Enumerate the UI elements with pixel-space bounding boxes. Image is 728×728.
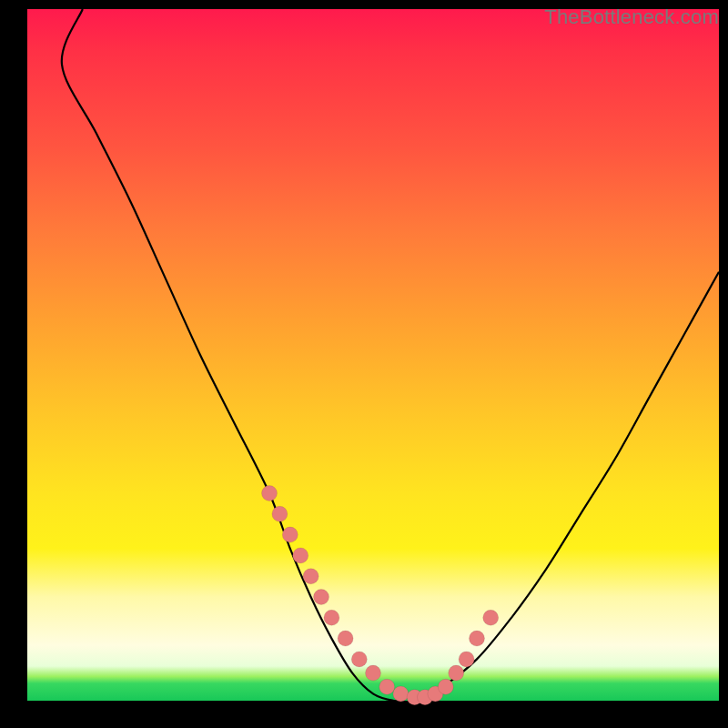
sample-dot — [262, 486, 278, 501]
sample-dot — [303, 569, 318, 584]
plot-overlay — [27, 9, 719, 701]
sample-dot — [470, 631, 485, 646]
sample-dot — [282, 527, 298, 542]
sample-dot — [459, 652, 474, 667]
plot-area — [27, 9, 719, 701]
sample-dot — [338, 631, 353, 646]
bottleneck-curve — [62, 9, 719, 702]
sample-dot — [314, 590, 329, 605]
watermark-label: TheBottleneck.com — [544, 5, 719, 29]
sample-dot — [324, 610, 339, 625]
sample-dot — [366, 665, 381, 681]
sample-dot — [438, 679, 453, 694]
sample-dot — [272, 506, 288, 521]
sample-dot — [483, 610, 499, 625]
sample-dot — [449, 665, 464, 681]
sample-dot — [379, 679, 395, 694]
sample-dot — [351, 652, 367, 667]
sample-dots-group — [262, 486, 499, 705]
sample-dot — [293, 548, 308, 563]
sample-dot — [393, 686, 409, 702]
chart-stage: TheBottleneck.com — [0, 0, 728, 728]
